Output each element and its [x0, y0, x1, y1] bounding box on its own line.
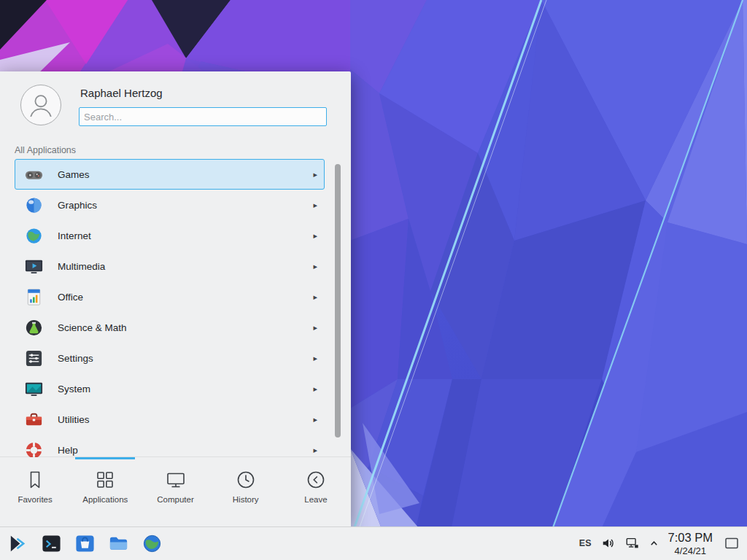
tab-leave[interactable]: Leave [281, 457, 351, 526]
category-system[interactable]: System [15, 373, 325, 404]
category-utilities[interactable]: Utilities [15, 404, 325, 435]
system-icon [23, 378, 44, 399]
category-label: Office [58, 292, 83, 303]
category-label: Games [58, 169, 90, 180]
tab-label: History [233, 495, 259, 504]
category-science-math[interactable]: Science & Math [15, 312, 325, 343]
submenu-arrow-icon [313, 171, 317, 179]
app-launcher-icon[interactable] [7, 532, 29, 555]
tab-history[interactable]: History [211, 457, 281, 526]
taskbar-launchers [4, 532, 163, 555]
category-label: Settings [58, 353, 93, 364]
category-label: Multimedia [58, 261, 105, 272]
history-icon [235, 468, 257, 491]
keyboard-layout-indicator[interactable]: ES [579, 538, 592, 548]
internet-icon [23, 225, 44, 246]
category-internet[interactable]: Internet [15, 220, 325, 251]
tab-favorites[interactable]: Favorites [0, 457, 70, 526]
category-office[interactable]: Office [15, 281, 325, 312]
clock-time: 7:03 PM [668, 531, 713, 545]
file-manager-icon[interactable] [107, 532, 130, 555]
tab-label: Leave [304, 495, 327, 504]
category-label: Graphics [58, 200, 97, 211]
submenu-arrow-icon [313, 232, 317, 240]
submenu-arrow-icon [313, 385, 317, 393]
submenu-arrow-icon [313, 446, 317, 454]
tab-bar: Favorites Applications Computer History … [0, 457, 351, 526]
web-browser-icon[interactable] [141, 532, 163, 555]
search-input[interactable] [79, 107, 327, 126]
applications-icon [94, 468, 116, 491]
network-icon[interactable] [625, 536, 640, 551]
clock[interactable]: 7:03 PM 4/24/21 [668, 531, 713, 556]
graphics-icon [23, 195, 44, 215]
category-label: Help [58, 445, 78, 456]
tab-computer[interactable]: Computer [140, 457, 210, 526]
category-label: System [58, 384, 90, 394]
category-multimedia[interactable]: Multimedia [15, 251, 325, 281]
submenu-arrow-icon [313, 354, 317, 362]
category-games[interactable]: Games [15, 159, 325, 190]
category-graphics[interactable]: Graphics [15, 190, 325, 220]
tab-label: Favorites [18, 495, 52, 504]
submenu-arrow-icon [313, 416, 317, 424]
tab-label: Applications [82, 495, 128, 504]
multimedia-icon [23, 256, 44, 276]
clock-date: 4/24/21 [668, 545, 713, 556]
submenu-arrow-icon [313, 201, 317, 209]
user-avatar[interactable] [20, 85, 61, 125]
submenu-arrow-icon [313, 293, 317, 301]
category-settings[interactable]: Settings [15, 343, 325, 373]
scrollbar-thumb[interactable] [335, 164, 341, 438]
settings-icon [23, 348, 44, 368]
category-label: Internet [58, 230, 91, 241]
software-store-icon[interactable] [74, 532, 96, 555]
application-launcher-menu: Raphael Hertzog All Applications Games G… [0, 71, 351, 526]
submenu-arrow-icon [313, 262, 317, 271]
tab-applications[interactable]: Applications [70, 457, 140, 526]
office-icon [23, 287, 44, 307]
help-icon [23, 440, 44, 457]
category-list: Games Graphics Internet Multimedia Offic… [0, 159, 351, 457]
leave-icon [305, 468, 327, 491]
computer-icon [165, 468, 187, 491]
expand-tray-icon[interactable] [649, 539, 659, 548]
section-label: All Applications [15, 145, 76, 155]
volume-icon[interactable] [601, 536, 616, 551]
show-desktop-button[interactable] [722, 532, 741, 555]
category-label: Science & Math [58, 322, 127, 333]
taskbar: ES 7:03 PM 4/24/21 [0, 526, 747, 560]
terminal-icon[interactable] [40, 532, 63, 555]
submenu-arrow-icon [313, 324, 317, 332]
games-icon [23, 164, 44, 184]
tab-label: Computer [157, 495, 194, 504]
science-math-icon [23, 317, 44, 338]
favorites-icon [24, 468, 46, 491]
utilities-icon [23, 409, 44, 429]
system-tray: ES 7:03 PM 4/24/21 [579, 531, 743, 556]
category-help[interactable]: Help [15, 435, 325, 457]
category-label: Utilities [58, 414, 90, 425]
user-name: Raphael Hertzog [80, 87, 163, 99]
